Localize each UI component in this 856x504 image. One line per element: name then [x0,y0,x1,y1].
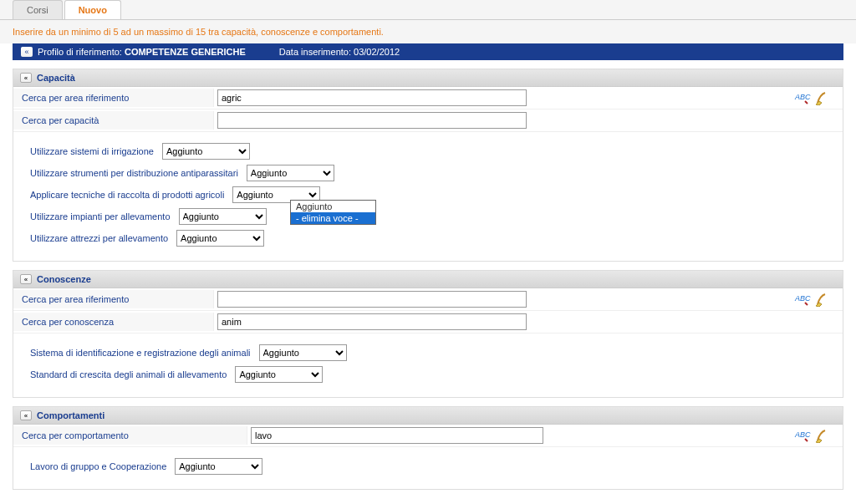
section-header-conoscenze: « Conoscenze [13,271,843,288]
clear-icon[interactable] [813,90,830,105]
search-row-area-conoscenze: Cerca per area riferimento ABC [13,288,843,311]
spellcheck-icon[interactable]: ABC [794,428,811,443]
tab-corsi[interactable]: Corsi [13,0,63,19]
tab-nuovo[interactable]: Nuovo [64,0,121,19]
search-comp-label: Cerca per comportamento [13,426,247,445]
item-label: Standard di crescita degli animali di al… [30,369,235,379]
item-label: Utilizzare sistemi di irrigazione [30,146,162,156]
collapse-icon[interactable]: « [20,410,32,420]
comportamenti-item-row: Lavoro di gruppo e Cooperazione Aggiunto [30,456,826,477]
status-select[interactable]: Aggiunto [176,230,264,247]
capacita-item-row: Utilizzare sistemi di irrigazione Aggiun… [30,140,826,162]
capacita-item-row: Utilizzare strumenti per distribuzione a… [30,162,826,184]
item-label: Utilizzare strumenti per distribuzione a… [30,168,247,178]
profile-name: COMPETENZE GENERICHE [125,47,246,57]
capacita-item-row: Utilizzare impianti per allevamento Aggi… [30,206,826,227]
item-label: Applicare tecniche di raccolta di prodot… [30,190,232,200]
collapse-icon[interactable]: « [21,47,33,57]
search-row-conoscenza: Cerca per conoscenza [13,311,843,333]
profile-bar: « Profilo di riferimento: COMPETENZE GEN… [13,43,843,60]
search-con-label: Cerca per conoscenza [13,313,214,331]
section-comportamenti: « Comportamenti Cerca per comportamento … [13,406,843,490]
info-message: Inserire da un minimo di 5 ad un massimo… [0,20,856,43]
svg-text:ABC: ABC [794,93,811,101]
search-area-input[interactable] [217,291,527,308]
status-select[interactable]: Aggiunto [235,366,323,383]
action-bar: modifica corso salva [0,490,856,504]
status-select[interactable]: Aggiunto [175,458,262,475]
search-area-label: Cerca per area riferimento [13,290,214,308]
section-header-capacita: « Capacità [13,69,843,87]
spellcheck-icon[interactable]: ABC [794,292,811,307]
search-area-input[interactable] [217,89,527,106]
status-select[interactable]: Aggiunto [179,208,267,225]
svg-text:ABC: ABC [794,294,811,303]
search-row-capacita: Cerca per capacità [13,109,843,132]
item-label: Utilizzare attrezzi per allevamento [30,233,176,243]
status-select[interactable]: Aggiunto [247,165,334,181]
capacita-item-row: Applicare tecniche di raccolta di prodot… [30,184,826,206]
status-select[interactable]: Aggiunto [259,344,347,361]
item-label: Lavoro di gruppo e Cooperazione [30,461,175,471]
collapse-icon[interactable]: « [20,274,32,284]
collapse-icon[interactable]: « [20,73,32,83]
search-area-label: Cerca per area riferimento [13,89,214,107]
search-row-comportamento: Cerca per comportamento ABC [13,425,843,447]
item-label: Utilizzare impianti per allevamento [30,211,179,221]
search-comp-input[interactable] [251,427,543,444]
tabs-bar: Corsi Nuovo [0,0,856,20]
status-select[interactable]: Aggiunto [162,143,250,160]
search-row-area-capacita: Cerca per area riferimento ABC [13,87,843,109]
search-cap-label: Cerca per capacità [13,111,214,130]
capacita-item-row: Utilizzare attrezzi per allevamento Aggi… [30,227,826,249]
profile-label: Profilo di riferimento: [38,47,122,57]
section-header-comportamenti: « Comportamenti [13,407,843,425]
conoscenze-item-row: Sistema di identificazione e registrazio… [30,342,826,364]
dropdown-open[interactable]: Aggiunto - elimina voce - [290,200,376,225]
insert-date: Data inserimento: 03/02/2012 [279,47,400,57]
item-label: Sistema di identificazione e registrazio… [30,348,259,358]
dropdown-option-elimina[interactable]: - elimina voce - [291,212,375,224]
svg-text:ABC: ABC [794,430,811,439]
section-capacita: « Capacità Cerca per area riferimento AB… [13,69,843,262]
clear-icon[interactable] [813,292,830,307]
conoscenze-item-row: Standard di crescita degli animali di al… [30,364,826,385]
spellcheck-icon[interactable]: ABC [794,90,811,105]
search-con-input[interactable] [217,313,527,330]
search-cap-input[interactable] [217,112,527,129]
section-conoscenze: « Conoscenze Cerca per area riferimento … [13,270,843,398]
clear-icon[interactable] [813,428,830,443]
dropdown-option-aggiunto[interactable]: Aggiunto [291,201,375,212]
